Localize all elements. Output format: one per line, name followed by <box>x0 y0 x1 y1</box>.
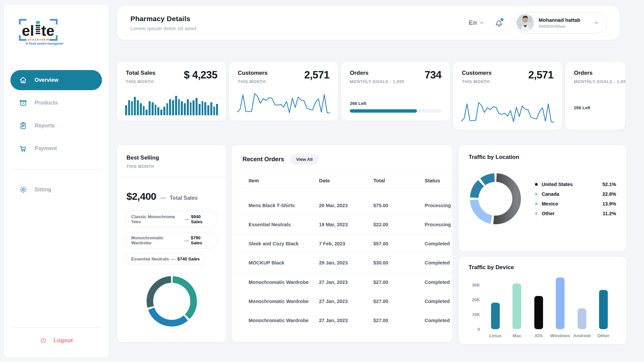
best-selling-subtitle: THIS MONTH <box>126 164 217 169</box>
order-date: 27 Jan, 2023 <box>319 318 373 323</box>
device-bar-chart: 30K20K10K0 LinuxMaciOSWindowsAndroidOthe… <box>469 276 616 338</box>
device-bar-android <box>578 308 586 329</box>
legend-row-united-states: United States52.1% <box>535 182 616 187</box>
stat-card-subtitle: MONTHLY GOALS : 1,000 <box>574 79 616 84</box>
best-selling-body: $2,400 — Total Sales Classic Monochrome … <box>117 177 226 326</box>
x-label-mac: Mac <box>507 333 527 338</box>
item-name: Essential Neutrals <box>131 256 169 261</box>
order-item: Mens Black T-Shirts <box>249 203 319 208</box>
dash-separator: — <box>184 238 189 243</box>
order-total: $27.00 <box>373 318 425 323</box>
order-date: 27 Jan, 2023 <box>319 280 373 285</box>
legend-value: 11.2% <box>603 211 616 216</box>
sidebar-item-payment[interactable]: Payment <box>10 138 102 159</box>
stat-card-orders-4: OrdersMONTHLY GOALS : 1,000266 Left <box>565 61 626 130</box>
page-heading: Pharmacy Details Lorem ipsum dolor sit a… <box>130 15 197 31</box>
sidebar-divider <box>10 169 103 170</box>
device-bar-ios <box>534 296 543 329</box>
device-bar-linux <box>491 303 500 329</box>
user-name: Mohannad hattab <box>539 17 580 23</box>
stat-card-value: 2,571 <box>528 69 553 81</box>
order-status: Processing <box>425 222 452 227</box>
goal-progress-fill <box>350 109 417 113</box>
recent-orders-title: Recent Orders <box>243 156 284 163</box>
legend-row-other: Other11.2% <box>535 211 616 216</box>
top-bar-actions: En <box>469 12 607 34</box>
device-bar-column <box>550 278 570 329</box>
best-selling-total: $2,400 — Total Sales <box>126 191 218 202</box>
orders-table-body: Mens Black T-Shirts20 Mar, 2023$75.00Pro… <box>232 188 452 330</box>
traffic-device-title: Traffic by Device <box>469 264 616 271</box>
logo-tagline: S T O C K T A K I N G <box>28 39 52 41</box>
sidebar-item-label: Sitting <box>35 187 51 193</box>
best-selling-items: Classic Monochrome Tees—$940 SalesMonoch… <box>125 211 218 265</box>
order-item: Sleek and Cozy Black <box>249 241 319 246</box>
best-selling-title: Best Selling <box>126 155 217 161</box>
order-date: 29 Jan, 2023 <box>319 260 373 265</box>
recent-orders-header: Recent Orders View All <box>232 145 452 173</box>
y-tick-0: 0 <box>478 327 480 332</box>
order-total: $27.00 <box>373 280 425 285</box>
legend-value: 22.8% <box>602 191 616 197</box>
x-label-ios: iOS <box>529 333 549 338</box>
goal-remaining-label: 266 Left <box>350 101 366 106</box>
device-bar-mac <box>513 284 521 329</box>
device-bar-column <box>485 303 505 329</box>
page-subtitle: Lorem ipsum dolor sit amet <box>130 25 197 31</box>
device-bar-windows <box>556 278 565 329</box>
notifications-button[interactable] <box>494 18 504 27</box>
y-tick-10k: 10K <box>472 312 480 317</box>
order-total: $27.00 <box>373 299 425 304</box>
legend-label: United States <box>542 182 573 187</box>
user-id: 998908r89we <box>539 24 580 29</box>
order-date: 7 Feb, 2023 <box>319 241 373 246</box>
box-icon <box>19 99 27 107</box>
device-bar-column <box>593 290 613 329</box>
sidebar-item-sitting[interactable]: Sitting <box>10 180 102 200</box>
sidebar-item-products[interactable]: Products <box>10 93 102 113</box>
stat-card-title: Orders <box>574 70 616 76</box>
device-bar-column <box>572 308 592 329</box>
order-total: $22.00 <box>373 222 425 227</box>
order-status: Completed <box>425 280 452 285</box>
sidebar-item-label: Overview <box>35 77 58 83</box>
legend-row-canada: Canada22.8% <box>535 191 616 197</box>
dash-separator: — <box>171 256 175 261</box>
total-sales-label: Total Sales <box>170 195 198 201</box>
logout-button[interactable]: Logout <box>4 337 109 344</box>
sidebar-footer: Logout <box>4 316 109 358</box>
language-selector[interactable]: En <box>469 19 484 26</box>
customers-sparkline-chart <box>461 98 554 125</box>
legend-value: 52.1% <box>602 182 616 187</box>
view-all-button[interactable]: View All <box>290 154 319 165</box>
orders-table-header: ItemDateTotalStatus <box>232 173 452 188</box>
device-chart-y-axis: 30K20K10K0 <box>469 276 483 329</box>
legend-value: 13.9% <box>602 201 616 206</box>
goal-progress-bar <box>350 109 441 113</box>
best-selling-item: Monochromatic Wardrobe—$790 Sales <box>125 232 218 249</box>
legend-label: Mexico <box>542 201 558 206</box>
top-bar: Pharmacy Details Lorem ipsum dolor sit a… <box>117 5 620 40</box>
traffic-by-location-card: Traffic by Location United States52.1%Ca… <box>458 145 627 251</box>
sidebar-item-overview[interactable]: Overview <box>10 70 102 90</box>
user-menu[interactable]: Mohannad hattab 998908r89we <box>514 12 607 34</box>
device-bar-other <box>599 290 608 329</box>
order-total: $57.00 <box>373 241 425 246</box>
item-sales-value: $940 Sales <box>191 214 212 224</box>
order-item: Essential Neutrals <box>249 222 319 227</box>
table-row: Monochromatic Wardrobe27 Jan, 2023$27.00… <box>232 273 452 292</box>
sidebar-nav: OverviewProductsReportsPayment <box>4 70 109 159</box>
order-status: Completed <box>425 260 452 265</box>
sidebar-item-reports[interactable]: Reports <box>10 116 102 136</box>
table-row: Monochromatic Wardrobe27 Jan, 2023$27.00… <box>232 311 452 330</box>
device-bar-column <box>529 296 549 329</box>
order-item: MOCKUP Black <box>249 260 319 265</box>
stat-card-value: $ 4,235 <box>184 69 217 81</box>
x-label-linux: Linux <box>485 333 505 338</box>
report-icon <box>19 122 27 130</box>
best-selling-item: Classic Monochrome Tees—$940 Sales <box>125 211 218 228</box>
chevron-down-icon <box>594 20 599 25</box>
legend-dot <box>535 183 538 186</box>
y-tick-20k: 20K <box>472 297 480 302</box>
logout-label: Logout <box>54 337 73 344</box>
